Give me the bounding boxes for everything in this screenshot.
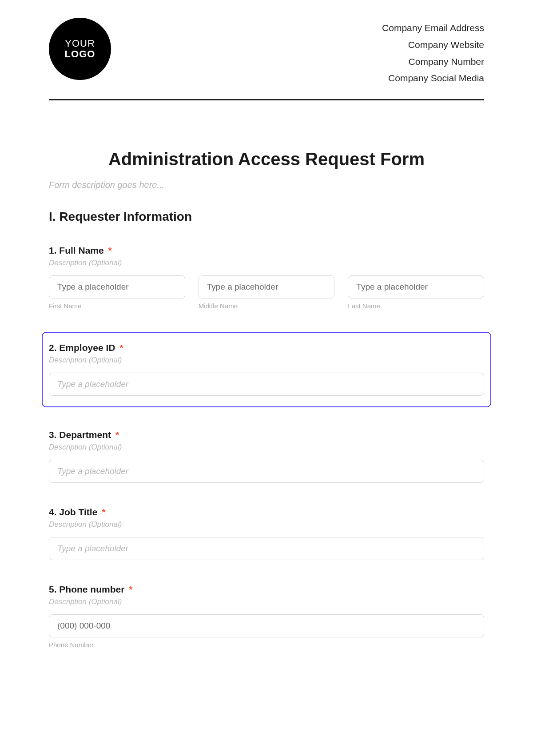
middle-name-sublabel: Middle Name [199, 302, 335, 310]
q4-label: 4. Job Title * [49, 507, 484, 517]
q1-desc[interactable]: Description (Optional) [49, 259, 484, 267]
company-email: Company Email Address [382, 20, 484, 36]
q1-input-row: First Name Middle Name Last Name [49, 275, 484, 310]
q1-label-text: 1. Full Name [49, 245, 104, 255]
first-name-sublabel: First Name [49, 302, 185, 310]
middle-name-input[interactable] [199, 275, 335, 298]
phone-sublabel: Phone Number [49, 641, 484, 649]
company-info: Company Email Address Company Website Co… [382, 20, 484, 87]
department-input[interactable] [49, 460, 484, 483]
required-mark: * [108, 245, 112, 255]
required-mark: * [119, 342, 123, 353]
q3-label: 3. Department * [49, 430, 484, 440]
company-social: Company Social Media [382, 70, 484, 87]
question-job-title: 4. Job Title * Description (Optional) [49, 505, 484, 562]
last-name-sublabel: Last Name [348, 302, 484, 310]
logo-line1: YOUR [65, 38, 95, 49]
company-number: Company Number [382, 53, 484, 70]
job-title-input[interactable] [49, 537, 484, 560]
page-container: YOUR LOGO Company Email Address Company … [0, 0, 533, 697]
required-mark: * [102, 507, 105, 517]
employee-id-input[interactable] [49, 373, 484, 396]
q3-label-text: 3. Department [49, 430, 111, 440]
question-phone-number: 5. Phone number * Description (Optional)… [49, 582, 484, 650]
required-mark: * [129, 584, 132, 594]
q2-label-text: 2. Employee ID [49, 342, 115, 353]
phone-number-input[interactable] [49, 614, 484, 637]
logo-line2: LOGO [65, 49, 95, 60]
company-website: Company Website [382, 36, 484, 53]
section-heading: I. Requester Information [49, 210, 484, 224]
logo-placeholder: YOUR LOGO [49, 18, 111, 80]
form-title: Administration Access Request Form [49, 149, 484, 169]
form-description[interactable]: Form description goes here... [49, 180, 484, 190]
required-mark: * [115, 430, 119, 440]
q1-label: 1. Full Name * [49, 245, 484, 256]
q4-label-text: 4. Job Title [49, 507, 97, 517]
q5-desc[interactable]: Description (Optional) [49, 597, 484, 606]
header: YOUR LOGO Company Email Address Company … [49, 18, 484, 100]
question-employee-id[interactable]: 2. Employee ID * Description (Optional) [42, 332, 491, 407]
first-name-input[interactable] [49, 275, 185, 298]
last-name-input[interactable] [348, 275, 484, 298]
q2-label: 2. Employee ID * [49, 342, 484, 353]
q3-desc[interactable]: Description (Optional) [49, 443, 484, 452]
q5-label: 5. Phone number * [49, 584, 484, 595]
q5-label-text: 5. Phone number [49, 584, 124, 594]
q4-desc[interactable]: Description (Optional) [49, 520, 484, 529]
question-full-name: 1. Full Name * Description (Optional) Fi… [49, 243, 484, 311]
q2-desc[interactable]: Description (Optional) [49, 356, 484, 365]
question-department: 3. Department * Description (Optional) [49, 428, 484, 485]
